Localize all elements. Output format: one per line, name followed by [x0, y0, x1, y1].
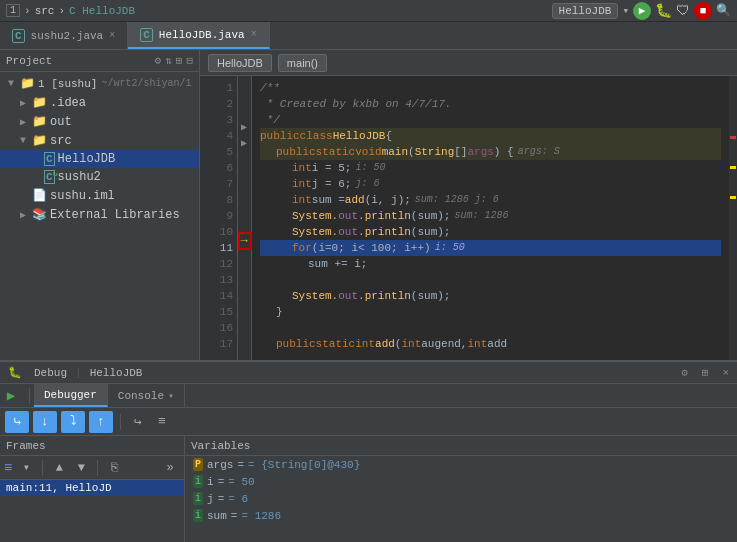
run-button[interactable]: ▶: [633, 2, 651, 20]
nav-class: C HelloJDB: [69, 5, 135, 17]
debug-tab-console[interactable]: Console ▾: [108, 384, 185, 407]
tree-root[interactable]: ▼ 📁 1 [sushu] ~/wrt2/shiyan/1: [0, 74, 199, 93]
ln-12: 12: [204, 256, 233, 272]
frame-main-item[interactable]: main:11, HelloJD: [0, 480, 184, 496]
tree-hellojdb[interactable]: C HelloJDB: [0, 150, 199, 168]
tab-hellojdb[interactable]: C HelloJDB.java ×: [128, 22, 269, 49]
stop-button[interactable]: ■: [694, 2, 712, 20]
kw-int-7: int: [292, 176, 312, 192]
module-name: 1 [sushu]: [38, 78, 97, 90]
debug-tabs: ▶ Debugger Console ▾: [0, 384, 737, 408]
run-coverage-button[interactable]: 🛡: [676, 3, 690, 19]
code-line-13: [260, 272, 721, 288]
debug-close-icon[interactable]: ×: [722, 367, 729, 379]
ln-15: 15: [204, 304, 233, 320]
marker-debug: [730, 196, 736, 199]
debug-tab-debugger[interactable]: Debugger: [34, 384, 108, 407]
class-selector-btn[interactable]: HelloJDB: [208, 54, 272, 72]
tree-ext-libs[interactable]: ▶ 📚 External Libraries: [0, 205, 199, 224]
dot2-10: .: [358, 224, 365, 240]
out-10: out: [338, 224, 358, 240]
variables-header: Variables: [185, 436, 737, 456]
step-over-btn[interactable]: ⤷: [5, 411, 29, 433]
var-j-name: j: [207, 493, 214, 505]
file-tab-bar: C sushu2.java × C HelloJDB.java ×: [0, 22, 737, 50]
resume-btn[interactable]: ▶: [0, 386, 22, 406]
frame-down-btn[interactable]: ▼: [71, 459, 91, 477]
idea-label: .idea: [50, 96, 86, 110]
debug-content: Frames ≡ ▾ ▲ ▼ ⎘ » main:11, HelloJD: [0, 436, 737, 542]
step-into-btn[interactable]: ↓: [33, 411, 57, 433]
fn-add: add: [345, 192, 365, 208]
hint-7: j: 6: [355, 176, 379, 192]
ln-14: 14: [204, 288, 233, 304]
frames-sep2: [97, 460, 98, 476]
code-line-17: public static int add ( int augend, int …: [260, 336, 721, 352]
copy-stack-btn[interactable]: ⎘: [104, 459, 124, 477]
ln-9: 9: [204, 208, 233, 224]
settings-icon[interactable]: ⚙: [155, 54, 162, 67]
expand-arrow-4[interactable]: ▶: [238, 120, 250, 134]
debug-settings-icon[interactable]: ⚙: [681, 366, 688, 379]
debug-side-controls: ▶: [0, 384, 34, 407]
tab-sushu2-close[interactable]: ×: [109, 30, 115, 41]
run-config-arrow[interactable]: ▾: [622, 4, 629, 17]
variables-title: Variables: [191, 440, 250, 452]
code-text-1: /**: [260, 80, 280, 96]
method-selector-btn[interactable]: main(): [278, 54, 327, 72]
tab-hellojdb-close[interactable]: ×: [251, 29, 257, 40]
tree-arrow-root: ▼: [8, 78, 20, 89]
tab-sushu2[interactable]: C sushu2.java ×: [0, 22, 128, 49]
run-config-selector[interactable]: HelloJDB: [552, 3, 619, 19]
tree-iml[interactable]: 📄 sushu.iml: [0, 186, 199, 205]
add2-label: add: [487, 336, 507, 352]
var-args-icon: P: [193, 458, 203, 471]
frame-up-btn[interactable]: ▲: [49, 459, 69, 477]
dot2-14: .: [358, 288, 365, 304]
code-content[interactable]: /** * Created by kxbb on 4/7/17. */ publ…: [252, 76, 729, 360]
project-header: Project ⚙ ⇅ ⊞ ⊟: [0, 50, 199, 72]
ln-6: 6: [204, 160, 233, 176]
tree-arrow-extlibs: ▶: [20, 209, 32, 221]
hint-6: i: 50: [355, 160, 385, 176]
code-brace-4: {: [385, 128, 392, 144]
step-out-btn[interactable]: ↑: [89, 411, 113, 433]
sort-icon[interactable]: ⇅: [165, 54, 172, 67]
sum-plus-12: sum += i;: [308, 256, 367, 272]
evaluate-btn[interactable]: ≡: [151, 412, 173, 432]
frames-more-btn[interactable]: »: [160, 459, 180, 477]
tab-sushu2-label: sushu2.java: [31, 30, 104, 42]
code-string-class: String: [415, 144, 455, 160]
collapse-icon[interactable]: ⊟: [186, 54, 193, 67]
force-step-into-btn[interactable]: ⤵: [61, 411, 85, 433]
code-line-10: System . out . println (sum);: [260, 224, 721, 240]
src-folder-icon: 📁: [32, 133, 47, 148]
thread-selector[interactable]: ▾: [16, 459, 36, 477]
tree-arrow-src: ▼: [20, 135, 32, 146]
tree-sushu2[interactable]: C↻ sushu2: [0, 168, 199, 186]
kw-int-8: int: [292, 192, 312, 208]
hint-9: sum: 1286: [454, 208, 508, 224]
iml-icon: 📄: [32, 188, 47, 203]
extlibs-label: External Libraries: [50, 208, 180, 222]
code-line-9: System . out . println (sum); sum: 1286: [260, 208, 721, 224]
code-line-1: /**: [260, 80, 721, 96]
tree-idea[interactable]: ▶ 📁 .idea: [0, 93, 199, 112]
debug-run-button[interactable]: 🐛: [655, 2, 672, 19]
expand-icon[interactable]: ⊞: [176, 54, 183, 67]
tree-out[interactable]: ▶ 📁 out: [0, 112, 199, 131]
tab-hellojdb-label: HelloJDB.java: [159, 29, 245, 41]
tree-src[interactable]: ▼ 📁 src: [0, 131, 199, 150]
sushu2-label: sushu2: [58, 170, 101, 184]
var-args-val: = {String[0]@430}: [248, 459, 360, 471]
debug-layout-icon[interactable]: ⊞: [702, 366, 709, 379]
run-to-cursor-btn[interactable]: ↪: [127, 412, 149, 432]
code-area: 1 2 3 4 5 6 7 8 9 10 11 12 13 14 15 16 1…: [200, 76, 737, 360]
debug-panel: 🐛 Debug | HelloJDB ⚙ ⊞ × ▶ Debugger Cons…: [0, 360, 737, 542]
code-kw-public-4: public: [260, 128, 300, 144]
search-btn[interactable]: 🔍: [716, 3, 731, 18]
code-line-4: public class HelloJDB {: [260, 128, 721, 144]
expand-arrow-5[interactable]: ▶: [238, 136, 250, 150]
console-arrow[interactable]: ▾: [168, 390, 174, 402]
code-editor[interactable]: HelloJDB main() 1 2 3 4 5 6 7 8 9 10 11 …: [200, 50, 737, 360]
